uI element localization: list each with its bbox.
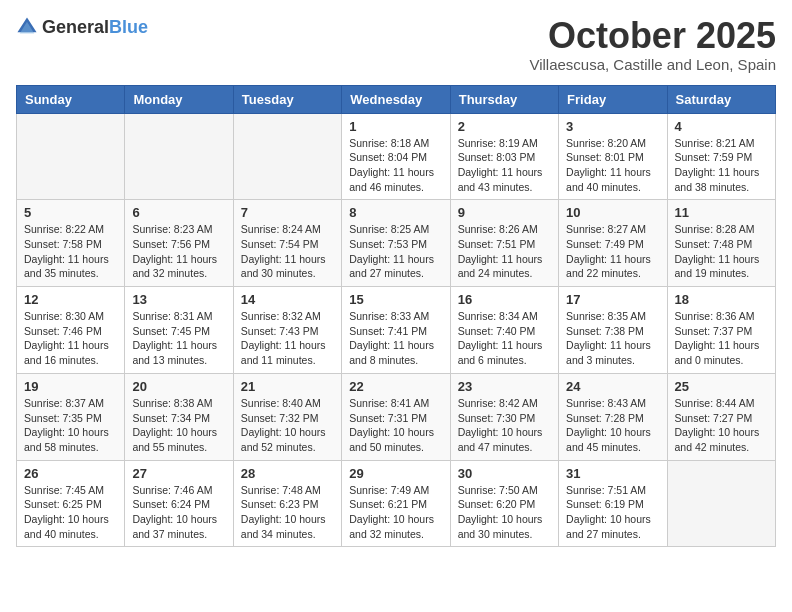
calendar-cell: 19Sunrise: 8:37 AM Sunset: 7:35 PM Dayli…: [17, 373, 125, 460]
day-number: 1: [349, 119, 442, 134]
day-number: 18: [675, 292, 768, 307]
calendar-cell: [667, 460, 775, 547]
day-info: Sunrise: 8:34 AM Sunset: 7:40 PM Dayligh…: [458, 309, 551, 368]
day-number: 19: [24, 379, 117, 394]
logo-blue: Blue: [109, 17, 148, 37]
calendar-cell: 14Sunrise: 8:32 AM Sunset: 7:43 PM Dayli…: [233, 287, 341, 374]
day-number: 4: [675, 119, 768, 134]
day-info: Sunrise: 8:38 AM Sunset: 7:34 PM Dayligh…: [132, 396, 225, 455]
day-number: 26: [24, 466, 117, 481]
calendar-cell: 13Sunrise: 8:31 AM Sunset: 7:45 PM Dayli…: [125, 287, 233, 374]
day-info: Sunrise: 7:45 AM Sunset: 6:25 PM Dayligh…: [24, 483, 117, 542]
day-info: Sunrise: 8:31 AM Sunset: 7:45 PM Dayligh…: [132, 309, 225, 368]
calendar-cell: 15Sunrise: 8:33 AM Sunset: 7:41 PM Dayli…: [342, 287, 450, 374]
calendar-cell: 17Sunrise: 8:35 AM Sunset: 7:38 PM Dayli…: [559, 287, 667, 374]
day-number: 6: [132, 205, 225, 220]
day-info: Sunrise: 8:20 AM Sunset: 8:01 PM Dayligh…: [566, 136, 659, 195]
calendar-cell: 21Sunrise: 8:40 AM Sunset: 7:32 PM Dayli…: [233, 373, 341, 460]
calendar-cell: [233, 113, 341, 200]
day-info: Sunrise: 8:32 AM Sunset: 7:43 PM Dayligh…: [241, 309, 334, 368]
day-number: 30: [458, 466, 551, 481]
weekday-sunday: Sunday: [17, 85, 125, 113]
day-number: 8: [349, 205, 442, 220]
calendar-cell: 7Sunrise: 8:24 AM Sunset: 7:54 PM Daylig…: [233, 200, 341, 287]
calendar-week-row: 5Sunrise: 8:22 AM Sunset: 7:58 PM Daylig…: [17, 200, 776, 287]
month-title: October 2025: [529, 16, 776, 56]
day-info: Sunrise: 8:42 AM Sunset: 7:30 PM Dayligh…: [458, 396, 551, 455]
day-info: Sunrise: 8:37 AM Sunset: 7:35 PM Dayligh…: [24, 396, 117, 455]
day-info: Sunrise: 7:51 AM Sunset: 6:19 PM Dayligh…: [566, 483, 659, 542]
page-header: GeneralBlue October 2025 Villaescusa, Ca…: [16, 16, 776, 73]
calendar-cell: 12Sunrise: 8:30 AM Sunset: 7:46 PM Dayli…: [17, 287, 125, 374]
calendar-week-row: 1Sunrise: 8:18 AM Sunset: 8:04 PM Daylig…: [17, 113, 776, 200]
day-number: 3: [566, 119, 659, 134]
calendar-cell: 29Sunrise: 7:49 AM Sunset: 6:21 PM Dayli…: [342, 460, 450, 547]
calendar-cell: 1Sunrise: 8:18 AM Sunset: 8:04 PM Daylig…: [342, 113, 450, 200]
weekday-saturday: Saturday: [667, 85, 775, 113]
day-number: 31: [566, 466, 659, 481]
day-number: 28: [241, 466, 334, 481]
calendar-week-row: 12Sunrise: 8:30 AM Sunset: 7:46 PM Dayli…: [17, 287, 776, 374]
calendar-cell: 6Sunrise: 8:23 AM Sunset: 7:56 PM Daylig…: [125, 200, 233, 287]
calendar-week-row: 19Sunrise: 8:37 AM Sunset: 7:35 PM Dayli…: [17, 373, 776, 460]
weekday-tuesday: Tuesday: [233, 85, 341, 113]
day-number: 22: [349, 379, 442, 394]
day-info: Sunrise: 8:22 AM Sunset: 7:58 PM Dayligh…: [24, 222, 117, 281]
calendar-cell: [125, 113, 233, 200]
calendar-cell: 26Sunrise: 7:45 AM Sunset: 6:25 PM Dayli…: [17, 460, 125, 547]
day-number: 2: [458, 119, 551, 134]
calendar-cell: 25Sunrise: 8:44 AM Sunset: 7:27 PM Dayli…: [667, 373, 775, 460]
day-info: Sunrise: 8:25 AM Sunset: 7:53 PM Dayligh…: [349, 222, 442, 281]
calendar-cell: 24Sunrise: 8:43 AM Sunset: 7:28 PM Dayli…: [559, 373, 667, 460]
calendar-cell: [17, 113, 125, 200]
day-info: Sunrise: 8:28 AM Sunset: 7:48 PM Dayligh…: [675, 222, 768, 281]
day-number: 21: [241, 379, 334, 394]
day-info: Sunrise: 7:50 AM Sunset: 6:20 PM Dayligh…: [458, 483, 551, 542]
day-info: Sunrise: 8:24 AM Sunset: 7:54 PM Dayligh…: [241, 222, 334, 281]
weekday-header-row: SundayMondayTuesdayWednesdayThursdayFrid…: [17, 85, 776, 113]
calendar-cell: 16Sunrise: 8:34 AM Sunset: 7:40 PM Dayli…: [450, 287, 558, 374]
calendar-cell: 23Sunrise: 8:42 AM Sunset: 7:30 PM Dayli…: [450, 373, 558, 460]
calendar-cell: 11Sunrise: 8:28 AM Sunset: 7:48 PM Dayli…: [667, 200, 775, 287]
day-info: Sunrise: 7:48 AM Sunset: 6:23 PM Dayligh…: [241, 483, 334, 542]
day-number: 12: [24, 292, 117, 307]
calendar-cell: 22Sunrise: 8:41 AM Sunset: 7:31 PM Dayli…: [342, 373, 450, 460]
calendar-cell: 18Sunrise: 8:36 AM Sunset: 7:37 PM Dayli…: [667, 287, 775, 374]
day-info: Sunrise: 8:23 AM Sunset: 7:56 PM Dayligh…: [132, 222, 225, 281]
day-number: 25: [675, 379, 768, 394]
calendar-cell: 27Sunrise: 7:46 AM Sunset: 6:24 PM Dayli…: [125, 460, 233, 547]
day-number: 9: [458, 205, 551, 220]
day-info: Sunrise: 8:21 AM Sunset: 7:59 PM Dayligh…: [675, 136, 768, 195]
day-info: Sunrise: 8:41 AM Sunset: 7:31 PM Dayligh…: [349, 396, 442, 455]
day-number: 20: [132, 379, 225, 394]
weekday-friday: Friday: [559, 85, 667, 113]
day-number: 16: [458, 292, 551, 307]
day-info: Sunrise: 8:33 AM Sunset: 7:41 PM Dayligh…: [349, 309, 442, 368]
day-number: 17: [566, 292, 659, 307]
logo-general: General: [42, 17, 109, 37]
calendar-cell: 8Sunrise: 8:25 AM Sunset: 7:53 PM Daylig…: [342, 200, 450, 287]
calendar-cell: 3Sunrise: 8:20 AM Sunset: 8:01 PM Daylig…: [559, 113, 667, 200]
day-number: 7: [241, 205, 334, 220]
day-number: 29: [349, 466, 442, 481]
calendar-cell: 9Sunrise: 8:26 AM Sunset: 7:51 PM Daylig…: [450, 200, 558, 287]
weekday-wednesday: Wednesday: [342, 85, 450, 113]
day-number: 5: [24, 205, 117, 220]
weekday-thursday: Thursday: [450, 85, 558, 113]
day-info: Sunrise: 8:19 AM Sunset: 8:03 PM Dayligh…: [458, 136, 551, 195]
day-number: 11: [675, 205, 768, 220]
day-info: Sunrise: 8:44 AM Sunset: 7:27 PM Dayligh…: [675, 396, 768, 455]
day-number: 13: [132, 292, 225, 307]
day-info: Sunrise: 8:30 AM Sunset: 7:46 PM Dayligh…: [24, 309, 117, 368]
day-info: Sunrise: 8:35 AM Sunset: 7:38 PM Dayligh…: [566, 309, 659, 368]
logo: GeneralBlue: [16, 16, 148, 38]
day-info: Sunrise: 8:26 AM Sunset: 7:51 PM Dayligh…: [458, 222, 551, 281]
day-info: Sunrise: 7:46 AM Sunset: 6:24 PM Dayligh…: [132, 483, 225, 542]
logo-icon: [16, 16, 38, 38]
calendar-cell: 2Sunrise: 8:19 AM Sunset: 8:03 PM Daylig…: [450, 113, 558, 200]
day-number: 10: [566, 205, 659, 220]
day-info: Sunrise: 8:36 AM Sunset: 7:37 PM Dayligh…: [675, 309, 768, 368]
day-info: Sunrise: 8:43 AM Sunset: 7:28 PM Dayligh…: [566, 396, 659, 455]
calendar-cell: 31Sunrise: 7:51 AM Sunset: 6:19 PM Dayli…: [559, 460, 667, 547]
day-info: Sunrise: 7:49 AM Sunset: 6:21 PM Dayligh…: [349, 483, 442, 542]
